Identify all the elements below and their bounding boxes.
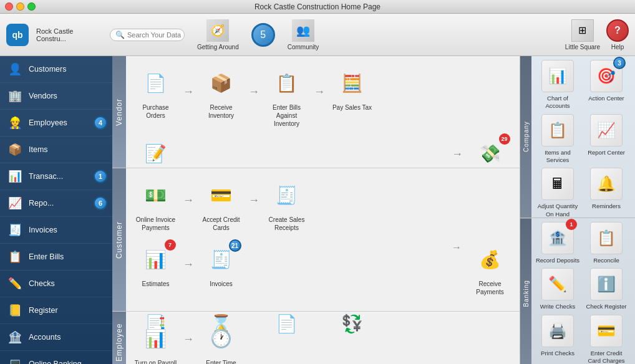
employees-badge: 4 xyxy=(94,116,107,130)
help-item[interactable]: ? Help xyxy=(606,19,629,50)
items-services-label: Items and Services xyxy=(535,149,580,165)
nav-community[interactable]: 👥 Community xyxy=(288,19,319,50)
search-box[interactable]: 🔍 xyxy=(110,29,185,41)
receive-inventory-label: Receive Inventory xyxy=(198,103,245,120)
sidebar-item-customers[interactable]: 👤 Customers xyxy=(0,56,112,83)
reconcile-item[interactable]: 📋 Reconcile xyxy=(584,222,629,264)
estimates-item[interactable]: 📊 7 Estimates xyxy=(132,242,179,288)
sidebar-item-online-banking[interactable]: 💻 Online Banking xyxy=(0,351,112,364)
enter-bills-inv-item[interactable]: 📋 Enter Bills Against Inventory xyxy=(263,65,310,128)
chart-accounts-item[interactable]: 📊 Chart of Accounts xyxy=(535,60,580,110)
accept-cc-item[interactable]: 💳 Accept Credit Cards xyxy=(198,178,245,232)
vendors-label: Vendors xyxy=(29,92,57,100)
enter-time-item[interactable]: 🕐 Enter Time xyxy=(198,321,245,364)
employees-label: Employees xyxy=(29,118,67,127)
receive-inventory-item[interactable]: 📦 Receive Inventory xyxy=(198,65,245,120)
arrow11: → xyxy=(183,333,194,346)
online-invoice-item[interactable]: 💵 Online Invoice Payments xyxy=(132,178,179,232)
getting-around-label: Getting Around xyxy=(197,44,239,50)
search-input[interactable] xyxy=(127,31,183,39)
turn-on-payroll-icon: 📊 xyxy=(138,321,173,356)
action-center-badge: 3 xyxy=(613,57,626,69)
receive-payments-item[interactable]: 💰 Receive Payments xyxy=(467,242,513,296)
community-icon: 👥 xyxy=(292,19,314,42)
pay-sales-tax-icon: 🧮 xyxy=(335,65,370,100)
check-register-icon: ℹ️ xyxy=(590,268,623,300)
enter-bills-v-icon: 📝 xyxy=(138,136,173,171)
credit-charges-label: Enter Credit Card Charges xyxy=(584,350,629,364)
window-controls[interactable] xyxy=(5,2,36,11)
transactions-badge: 1 xyxy=(94,170,107,183)
nav-badge5[interactable]: 5 xyxy=(251,23,275,47)
toolbar-nav: 🧭 Getting Around 5 👥 Community xyxy=(188,19,562,50)
adjust-qty-item[interactable]: 🖩 Adjust Quantity On Hand xyxy=(535,168,580,218)
employees-icon: 👷 xyxy=(7,115,22,130)
check-register-item[interactable]: ℹ️ Check Register xyxy=(584,268,629,310)
adjust-qty-label: Adjust Quantity On Hand xyxy=(535,203,580,218)
accept-cc-label: Accept Credit Cards xyxy=(198,216,245,232)
banking-label: Banking xyxy=(520,218,531,364)
little-square-item[interactable]: ⊞ Little Square xyxy=(565,19,600,50)
action-center-item[interactable]: 🎯 3 Action Center xyxy=(584,60,629,110)
write-checks-item[interactable]: ✏️ Write Checks xyxy=(535,268,580,310)
pay-sales-tax-item[interactable]: 🧮 Pay Sales Tax xyxy=(329,65,376,112)
badge5-icon: 5 xyxy=(251,23,275,47)
company-label: Company xyxy=(520,56,531,218)
reports-badge: 6 xyxy=(94,196,107,210)
close-button[interactable] xyxy=(5,2,13,11)
report-center-item[interactable]: 📈 Report Center xyxy=(584,114,629,165)
record-deposits-item[interactable]: 🏦 1 Record Deposits xyxy=(535,222,580,264)
write-checks-icon: ✏️ xyxy=(541,268,574,300)
sidebar-item-invoices[interactable]: 🧾 Invoices xyxy=(0,217,112,244)
sidebar-item-items[interactable]: 📦 Items xyxy=(0,136,112,163)
turn-on-payroll-item[interactable]: 📊 Turn on Payroll xyxy=(132,321,179,364)
nav-getting-around[interactable]: 🧭 Getting Around xyxy=(197,19,239,50)
credit-charges-item[interactable]: 💳 Enter Credit Card Charges xyxy=(584,315,629,364)
sidebar-item-register[interactable]: 📒 Register xyxy=(0,297,112,324)
create-receipts-item[interactable]: 🧾 Create Sales Receipts xyxy=(263,178,310,232)
chart-accounts-icon: 📊 xyxy=(541,60,574,92)
help-label: Help xyxy=(611,44,624,50)
receive-payments-label: Receive Payments xyxy=(467,280,513,296)
items-services-icon: 📋 xyxy=(541,114,574,146)
sidebar-item-reports[interactable]: 📈 Repo... 6 xyxy=(0,190,112,217)
print-checks-item[interactable]: 🖨️ Print Checks xyxy=(535,315,580,364)
online-invoice-label: Online Invoice Payments xyxy=(132,216,179,232)
reconcile-label: Reconcile xyxy=(593,257,619,264)
items-services-item[interactable]: 📋 Items and Services xyxy=(535,114,580,165)
invoices-icon: 🧾 xyxy=(7,223,22,237)
arrow7: → xyxy=(183,258,194,271)
company-name[interactable]: Rock Castle Constru... xyxy=(36,27,105,42)
sidebar-item-enter-bills[interactable]: 📋 Enter Bills xyxy=(0,244,112,271)
little-square-label: Little Square xyxy=(565,44,600,50)
arrow2: → xyxy=(248,85,259,98)
search-icon: 🔍 xyxy=(115,31,125,39)
sidebar-item-vendors[interactable]: 🏢 Vendors xyxy=(0,83,112,110)
sidebar-item-accounts[interactable]: 🏦 Accounts xyxy=(0,324,112,351)
purchase-orders-item[interactable]: 📄 Purchase Orders xyxy=(132,65,179,120)
record-deposits-label: Record Deposits xyxy=(536,257,579,264)
qb-logo[interactable]: qb xyxy=(6,24,29,46)
maximize-button[interactable] xyxy=(27,2,36,11)
window-title: Rock Castle Construction Home Page xyxy=(254,2,381,11)
report-center-label: Report Center xyxy=(588,149,625,156)
sidebar-item-transactions[interactable]: 📊 Transac... 1 xyxy=(0,163,112,190)
banking-content: 🏦 1 Record Deposits 📋 Reconcile ✏️ Write… xyxy=(531,218,635,364)
enter-time-label: Enter Time xyxy=(206,359,236,364)
invoices-c-item[interactable]: 🧾 21 Invoices xyxy=(198,242,245,288)
sidebar-item-employees[interactable]: 👷 Employees 4 xyxy=(0,110,112,136)
reminders-item[interactable]: 🔔 Reminders xyxy=(584,168,629,218)
vendor-section: Vendor 📄 Purchase Orders → 📦 Receive Inv… xyxy=(112,56,520,168)
record-deposits-badge: 1 xyxy=(566,219,577,230)
pay-bills-icon: 💸 29 xyxy=(473,136,508,171)
sidebar-item-checks[interactable]: ✏️ Checks xyxy=(0,271,112,297)
enter-bills-icon: 📋 xyxy=(7,249,22,264)
arrow3: → xyxy=(314,85,325,98)
minimize-button[interactable] xyxy=(16,2,24,11)
report-center-icon: 📈 xyxy=(590,114,623,146)
create-receipts-label: Create Sales Receipts xyxy=(263,216,310,232)
print-checks-label: Print Checks xyxy=(541,350,574,357)
title-bar: Rock Castle Construction Home Page xyxy=(0,0,635,14)
online-banking-label: Online Banking xyxy=(29,360,82,364)
arrow4: → xyxy=(452,148,463,161)
